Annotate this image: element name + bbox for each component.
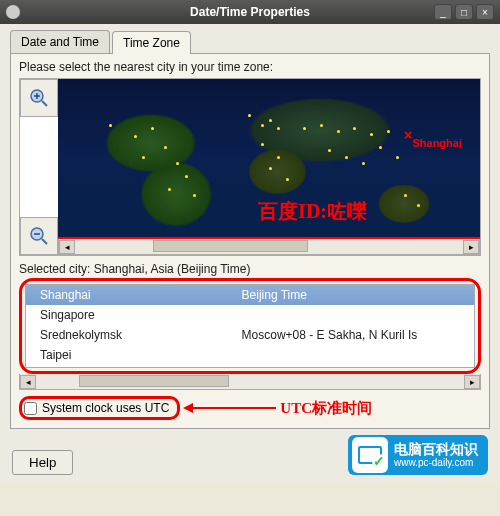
- city-name: Shanghai: [40, 288, 242, 302]
- city-timezone: [242, 348, 460, 362]
- utc-checkbox-group[interactable]: System clock uses UTC: [19, 396, 180, 420]
- utc-annotation-text: UTC标准时间: [280, 399, 372, 418]
- zoom-out-icon: [28, 225, 50, 247]
- world-map[interactable]: × Shanghai 百度ID:咗嚛: [58, 79, 480, 239]
- scroll-thumb[interactable]: [153, 240, 308, 252]
- window-body: Date and Time Time Zone Please select th…: [0, 24, 500, 483]
- highlight-annotation: Shanghai Beijing Time Singapore Sredneko…: [19, 278, 481, 374]
- titlebar: Date/Time Properties _ □ ×: [0, 0, 500, 24]
- zoom-in-icon: [28, 87, 50, 109]
- scroll-thumb[interactable]: [79, 375, 229, 387]
- tab-time-zone[interactable]: Time Zone: [112, 31, 191, 54]
- scroll-right-arrow-icon[interactable]: ▸: [464, 375, 480, 389]
- close-button[interactable]: ×: [476, 4, 494, 20]
- city-timezone: [242, 308, 460, 322]
- city-marker-x: ×: [404, 127, 412, 143]
- watermark-text: 百度ID:咗嚛: [258, 198, 367, 225]
- minimize-button[interactable]: _: [434, 4, 452, 20]
- utc-checkbox[interactable]: [24, 402, 37, 415]
- badge-url: www.pc-daily.com: [394, 457, 478, 469]
- map-horizontal-scrollbar[interactable]: ◂ ▸: [58, 239, 480, 255]
- selected-city-label: Selected city: Shanghai, Asia (Beijing T…: [19, 262, 481, 276]
- maximize-button[interactable]: □: [455, 4, 473, 20]
- scroll-right-arrow-icon[interactable]: ▸: [463, 240, 479, 254]
- city-name: Taipei: [40, 348, 242, 362]
- city-name: Singapore: [40, 308, 242, 322]
- utc-annotation: UTC标准时间: [186, 399, 372, 418]
- utc-label: System clock uses UTC: [42, 401, 169, 415]
- zoom-in-button[interactable]: [20, 79, 58, 117]
- svg-line-5: [42, 239, 47, 244]
- city-timezone: Beijing Time: [242, 288, 460, 302]
- window-title: Date/Time Properties: [0, 5, 500, 19]
- list-item[interactable]: Shanghai Beijing Time: [26, 285, 474, 305]
- scroll-left-arrow-icon[interactable]: ◂: [20, 375, 36, 389]
- badge-title: 电脑百科知识: [394, 441, 478, 458]
- map-container: × Shanghai 百度ID:咗嚛 ◂ ▸: [19, 78, 481, 256]
- time-zone-panel: Please select the nearest city in your t…: [10, 53, 490, 429]
- scroll-left-arrow-icon[interactable]: ◂: [59, 240, 75, 254]
- help-button[interactable]: Help: [12, 450, 73, 475]
- tab-bar: Date and Time Time Zone: [10, 30, 490, 53]
- list-item[interactable]: Singapore: [26, 305, 474, 325]
- city-timezone: Moscow+08 - E Sakha, N Kuril Is: [242, 328, 460, 342]
- zoom-out-button[interactable]: [20, 217, 58, 255]
- svg-line-1: [42, 101, 47, 106]
- city-list[interactable]: Shanghai Beijing Time Singapore Sredneko…: [25, 284, 475, 368]
- app-icon: [6, 5, 20, 19]
- badge-monitor-icon: [352, 437, 388, 473]
- list-horizontal-scrollbar[interactable]: ◂ ▸: [19, 374, 481, 390]
- city-marker-label: Shanghai: [412, 137, 462, 149]
- city-name: Srednekolymsk: [40, 328, 242, 342]
- instruction-text: Please select the nearest city in your t…: [19, 60, 481, 74]
- list-item[interactable]: Taipei: [26, 345, 474, 365]
- site-badge: 电脑百科知识 www.pc-daily.com: [348, 435, 488, 475]
- list-item[interactable]: Srednekolymsk Moscow+08 - E Sakha, N Kur…: [26, 325, 474, 345]
- arrow-icon: [186, 407, 276, 409]
- tab-date-and-time[interactable]: Date and Time: [10, 30, 110, 53]
